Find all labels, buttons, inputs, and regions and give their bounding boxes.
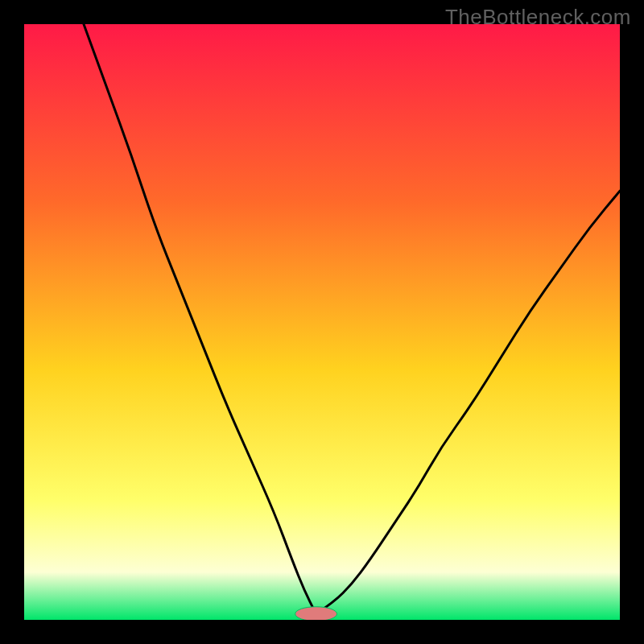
- bottleneck-plot: [24, 24, 620, 620]
- plot-svg: [24, 24, 620, 620]
- watermark-text: TheBottleneck.com: [445, 5, 631, 30]
- optimal-marker: [295, 607, 337, 620]
- gradient-background: [24, 24, 620, 620]
- chart-frame: TheBottleneck.com: [0, 0, 644, 644]
